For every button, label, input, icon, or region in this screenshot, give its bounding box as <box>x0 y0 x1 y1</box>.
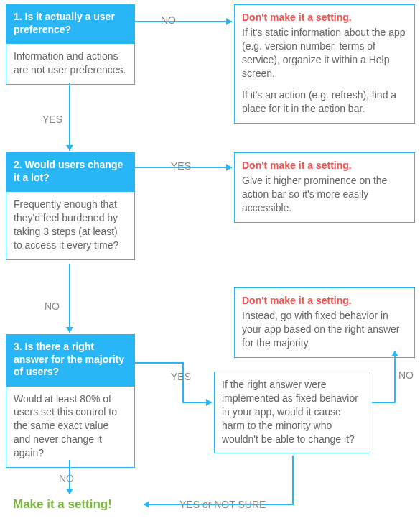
decision-q3-title: 3. Is there a right answer for the major… <box>6 334 135 387</box>
outcome-o3-body: Instead, go with fixed behavior in your … <box>242 310 399 349</box>
decision-q1: 1. Is it actually a user preference? Inf… <box>6 4 135 85</box>
outcome-o2-warn: Don't make it a setting. <box>242 159 407 172</box>
edge-q2-q3-label: NO <box>45 300 60 312</box>
svg-marker-1 <box>226 18 232 25</box>
subquestion-harm: If the right answer were implemented as … <box>214 372 370 453</box>
outcome-final: Make it a setting! <box>13 497 112 512</box>
svg-marker-3 <box>66 145 73 151</box>
decision-q2: 2. Would users change it a lot? Frequent… <box>6 152 135 260</box>
decision-q1-title: 1. Is it actually a user preference? <box>6 4 135 44</box>
decision-q1-body: Information and actions are not user pre… <box>6 44 135 85</box>
edge-q2-o2-label: YES <box>171 160 191 172</box>
edge-q1-q2-label: YES <box>42 114 62 125</box>
svg-marker-7 <box>66 327 73 333</box>
edge-q3-harm-label: YES <box>171 371 191 382</box>
decision-q2-body: Frequently enough that they'd feel burde… <box>6 192 135 260</box>
outcome-o1: Don't make it a setting. If it's static … <box>234 4 415 124</box>
edge-q3-final-label: NO <box>59 473 74 484</box>
edge-harm-final-label: YES or NOT SURE <box>179 499 266 510</box>
outcome-o1-line2: If it's an action (e.g. refresh), find a… <box>242 89 396 114</box>
decision-q3: 3. Is there a right answer for the major… <box>6 334 135 468</box>
outcome-o3-warn: Don't make it a setting. <box>242 294 407 308</box>
decision-q3-body: Would at least 80% of users set this con… <box>6 387 135 468</box>
edge-harm-o3-label: NO <box>398 369 414 381</box>
outcome-o3: Don't make it a setting. Instead, go wit… <box>234 287 415 358</box>
outcome-o1-line1: If it's static information about the app… <box>242 27 406 79</box>
outcome-o1-warn: Don't make it a setting. <box>242 11 407 24</box>
outcome-o2: Don't make it a setting. Give it higher … <box>234 152 415 223</box>
edge-q1-o1-label: NO <box>161 14 176 26</box>
svg-marker-5 <box>226 164 232 171</box>
outcome-o2-body: Give it higher prominence on the action … <box>242 175 387 213</box>
svg-marker-12 <box>66 489 73 494</box>
svg-marker-10 <box>144 501 149 508</box>
subquestion-harm-body: If the right answer were implemented as … <box>222 379 358 445</box>
decision-q2-title: 2. Would users change it a lot? <box>6 152 135 192</box>
svg-marker-8 <box>206 399 212 406</box>
